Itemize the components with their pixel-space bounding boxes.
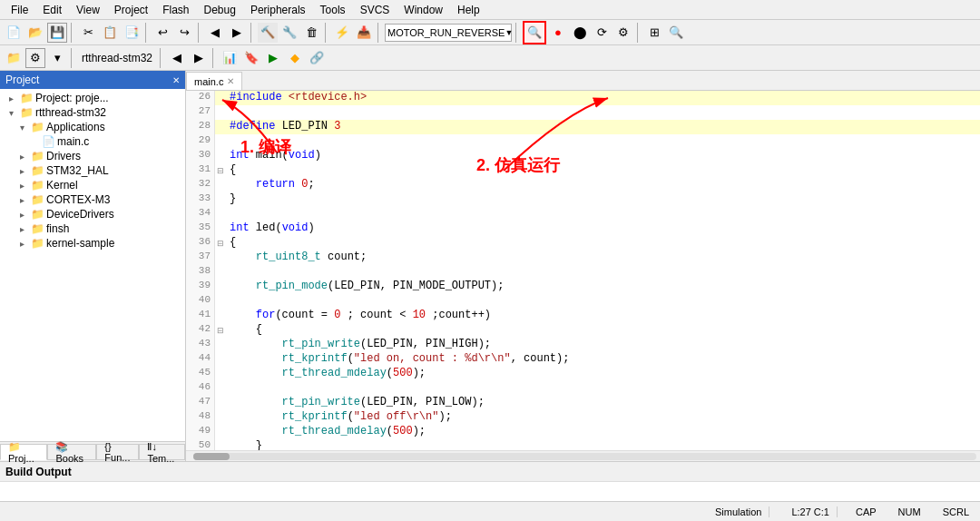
build-button[interactable]: 🔨	[258, 23, 278, 43]
code-line-37: 37 rt_uint8_t count;	[186, 251, 980, 265]
panel-close-icon[interactable]: ✕	[172, 75, 180, 85]
tb2-btn3[interactable]: ▾	[47, 48, 67, 68]
menu-debug[interactable]: Debug	[197, 2, 243, 18]
code-editor[interactable]: 26 #include <rtdevice.h> 27 28 #define L…	[186, 91, 980, 450]
menu-bar: File Edit View Project Flash Debug Perip…	[0, 0, 980, 20]
menu-peripherals[interactable]: Peripherals	[243, 2, 313, 18]
scrollbar-thumb[interactable]	[193, 453, 230, 460]
debug-start-button[interactable]: 🔍	[523, 21, 546, 44]
tb2-btn2[interactable]: ⚙	[25, 48, 45, 68]
editor-area: main.c ✕ 26 #include <rtdevice.h> 27	[186, 71, 980, 461]
windows-button[interactable]: ⊞	[644, 23, 664, 43]
project-tree: ▸ 📁 Project: proje... ▾ 📁 rtthread-stm32…	[0, 89, 185, 441]
expand-icon-kernel: ▸	[20, 181, 29, 191]
menu-file[interactable]: File	[4, 2, 35, 18]
ksample-folder-icon: 📁	[31, 237, 44, 250]
tab-close-icon[interactable]: ✕	[227, 76, 234, 86]
tb2-btn7[interactable]: ◆	[285, 48, 305, 68]
tree-ksample-label: kernel-sample	[46, 237, 114, 250]
rebuild-button[interactable]: 🔧	[279, 23, 299, 43]
tab-mainc[interactable]: main.c ✕	[186, 72, 242, 90]
clean-button[interactable]: 🗑	[301, 23, 321, 43]
code-line-46: 46	[186, 381, 980, 396]
tree-applications[interactable]: ▾ 📁 Applications	[2, 120, 183, 134]
tree-finsh-label: finsh	[46, 222, 69, 235]
expand-icon-cortex: ▸	[20, 195, 29, 205]
status-scrl: SCRL	[939, 506, 973, 517]
flash-button[interactable]: ⚡	[332, 23, 352, 43]
pause-button[interactable]: ⟳	[592, 23, 612, 43]
tb2-arrow-left[interactable]: ◀	[167, 48, 187, 68]
status-mode: Simulation	[708, 506, 769, 517]
tree-finsh[interactable]: ▸ 📁 finsh	[2, 221, 183, 236]
toolbar-separator-7	[515, 23, 519, 43]
nav-back-button[interactable]: ◀	[205, 23, 225, 43]
tb2-btn1[interactable]: 📁	[4, 48, 24, 68]
tree-cortex-label: CORTEX-M3	[46, 193, 110, 206]
panel-tab-books[interactable]: 📚 Books	[47, 444, 96, 460]
search-button[interactable]: 🔍	[666, 23, 686, 43]
tb2-btn5[interactable]: 🔖	[241, 48, 261, 68]
panel-tab-proj[interactable]: 📁 Proj...	[0, 444, 47, 460]
tb2-btn6[interactable]: ▶	[263, 48, 283, 68]
target-dropdown[interactable]: MOTOR_RUN_REVERSE ▼	[385, 24, 512, 42]
menu-edit[interactable]: Edit	[35, 2, 69, 18]
tree-devdrivers[interactable]: ▸ 📁 DeviceDrivers	[2, 207, 183, 221]
flash2-button[interactable]: 📥	[354, 23, 374, 43]
tree-stm32[interactable]: ▾ 📁 rtthread-stm32	[2, 105, 183, 120]
run-button[interactable]: ●	[548, 23, 568, 43]
tree-kernel[interactable]: ▸ 📁 Kernel	[2, 178, 183, 192]
save-button[interactable]: 💾	[47, 23, 67, 43]
panel-tab-fun[interactable]: {} Fun...	[96, 444, 139, 460]
expand-icon-apps: ▾	[20, 123, 29, 133]
new-file-button[interactable]: 📄	[4, 23, 24, 43]
code-line-42: 42 ⊟ {	[186, 323, 980, 338]
menu-tools[interactable]: Tools	[313, 2, 353, 18]
paste-button[interactable]: 📑	[122, 23, 142, 43]
code-horizontal-scrollbar[interactable]	[186, 450, 980, 461]
toolbar2-separator-1	[71, 48, 74, 68]
expand-icon-drivers: ▸	[20, 152, 29, 162]
code-line-29: 29	[186, 134, 980, 149]
tree-kernelsample[interactable]: ▸ 📁 kernel-sample	[2, 236, 183, 251]
open-file-button[interactable]: 📂	[25, 23, 45, 43]
toolbar-separator-6	[377, 23, 381, 43]
menu-project[interactable]: Project	[107, 2, 155, 18]
nav-fwd-button[interactable]: ▶	[227, 23, 247, 43]
menu-svcs[interactable]: SVCS	[353, 2, 397, 18]
tab-mainc-label: main.c	[194, 76, 223, 87]
tree-mainc[interactable]: ▸ 📄 main.c	[2, 134, 183, 149]
menu-window[interactable]: Window	[397, 2, 450, 18]
tb2-btn8[interactable]: 🔗	[307, 48, 327, 68]
status-bar: Simulation L:27 C:1 CAP NUM SCRL	[0, 501, 980, 521]
menu-view[interactable]: View	[69, 2, 107, 18]
applications-folder-icon: 📁	[31, 121, 44, 133]
tree-drivers[interactable]: ▸ 📁 Drivers	[2, 149, 183, 163]
undo-button[interactable]: ↩	[152, 23, 172, 43]
panel-header: Project ✕	[0, 71, 185, 89]
project-name-label: rtthread-stm32	[78, 52, 156, 64]
code-line-47: 47 rt_pin_write(LED_PIN, PIN_LOW);	[186, 396, 980, 410]
expand-icon: ▸	[9, 93, 18, 103]
tb2-arrow-right[interactable]: ▶	[189, 48, 209, 68]
code-line-48: 48 rt_kprintf("led off\r\n");	[186, 410, 980, 425]
copy-button[interactable]: 📋	[100, 23, 120, 43]
menu-flash[interactable]: Flash	[155, 2, 196, 18]
menu-help[interactable]: Help	[450, 2, 487, 18]
tree-root[interactable]: ▸ 📁 Project: proje...	[2, 91, 183, 105]
tree-stm32hal[interactable]: ▸ 📁 STM32_HAL	[2, 163, 183, 178]
cut-button[interactable]: ✂	[78, 23, 98, 43]
stop-button[interactable]: ⬤	[570, 23, 590, 43]
settings-button[interactable]: ⚙	[613, 23, 633, 43]
panel-tab-tem[interactable]: Ⅱ↓ Tem...	[139, 444, 185, 460]
cortex-folder-icon: 📁	[31, 193, 44, 206]
redo-button[interactable]: ↪	[174, 23, 194, 43]
tree-drivers-label: Drivers	[46, 150, 81, 162]
tb2-btn4[interactable]: 📊	[220, 48, 240, 68]
tree-applications-label: Applications	[46, 121, 105, 133]
expand-icon-finsh: ▸	[20, 224, 29, 234]
devdrivers-folder-icon: 📁	[31, 208, 44, 221]
tree-devdrivers-label: DeviceDrivers	[46, 208, 114, 221]
tree-cortex[interactable]: ▸ 📁 CORTEX-M3	[2, 192, 183, 207]
toolbar-separator-8	[637, 23, 641, 43]
